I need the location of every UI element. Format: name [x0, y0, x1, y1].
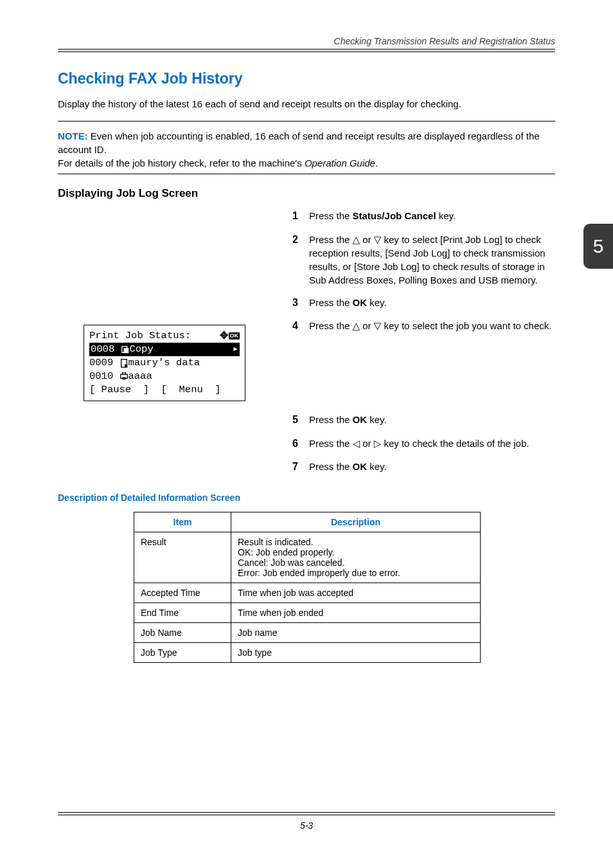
step1-a: Press the — [309, 210, 353, 221]
th-item: Item — [134, 512, 231, 532]
step1-b: Status/Job Cancel — [353, 210, 436, 221]
step-6: 6Press the ◁ or ▷ key to check the detai… — [292, 437, 555, 451]
lcd-row1-id: 0008 — [91, 343, 121, 356]
rule-below-note — [58, 174, 555, 174]
step-2: 2Press the △ or ▽ key to select [Print J… — [292, 233, 555, 287]
svg-rect-1 — [123, 348, 129, 353]
chapter-thumb-tab: 5 — [583, 224, 613, 269]
step3-c: key. — [367, 297, 387, 308]
description-heading: Description of Detailed Information Scre… — [58, 493, 555, 503]
lcd-row-3: 0010 aaaa — [89, 370, 240, 383]
info-table: Item Description Result Result is indica… — [134, 512, 481, 663]
cell-item: Job Name — [134, 622, 231, 642]
cell-desc: Result is indicated. OK: Job ended prope… — [231, 532, 481, 583]
cell-desc: Job name — [231, 622, 481, 642]
page-number: 5-3 — [58, 820, 555, 831]
section-title: Checking FAX Job History — [58, 70, 555, 87]
rule-above-note — [58, 121, 555, 122]
cell-desc: Time when job was accepted — [231, 583, 481, 602]
table-row: End Time Time when job ended — [134, 602, 481, 622]
cell-item: End Time — [134, 602, 231, 622]
lcd-row-2: 0009 maury's data — [89, 356, 240, 370]
intro-paragraph: Display the history of the latest 16 eac… — [58, 98, 555, 111]
table-row: Result Result is indicated. OK: Job ende… — [134, 532, 481, 583]
lcd-title: Print Job Status: — [89, 329, 191, 343]
svg-rect-5 — [122, 373, 125, 375]
svg-rect-3 — [124, 364, 127, 366]
step5-a: Press the — [309, 414, 353, 425]
copy-icon — [121, 345, 130, 354]
th-desc: Description — [231, 512, 481, 532]
note-line2c: . — [375, 158, 378, 168]
lcd-panel: Print Job Status: ✥OK 0008 Copy ▸ — [84, 325, 245, 401]
nav-arrows-icon: ✥ — [220, 329, 228, 343]
step-gap — [292, 342, 555, 404]
header-rule — [58, 49, 555, 52]
step-3: 3Press the OK key. — [292, 296, 555, 310]
table-row: Accepted Time Time when job was accepted — [134, 583, 481, 602]
subsection-title: Displaying Job Log Screen — [58, 187, 555, 200]
table-row: Job Name Job name — [134, 622, 481, 642]
note-line2b: Operation Guide — [305, 158, 375, 168]
ok-badge-icon: OK — [229, 332, 240, 339]
svg-rect-6 — [122, 377, 125, 380]
right-arrow-icon: ▸ — [233, 343, 238, 356]
step4-text: Press the △ or ▽ key to select the job y… — [309, 319, 555, 333]
note-block: NOTE: Even when job accounting is enable… — [58, 129, 555, 170]
step7-a: Press the — [309, 461, 353, 472]
step-5: 5Press the OK key. — [292, 413, 555, 427]
note-body: Even when job accounting is enabled, 16 … — [58, 131, 540, 155]
step-1: 1Press the Status/Job Cancel key. — [292, 209, 555, 223]
table-row: Job Type Job type — [134, 642, 481, 662]
lcd-row1-text: Copy — [130, 343, 154, 356]
print-icon — [120, 372, 129, 381]
step7-b: OK — [353, 461, 368, 472]
footer-rule — [58, 812, 555, 815]
cell-item: Job Type — [134, 642, 231, 662]
lcd-row-1: 0008 Copy ▸ — [89, 343, 240, 356]
lcd-row-4: [ Pause ] [ Menu ] — [89, 383, 240, 397]
step-7: 7Press the OK key. — [292, 460, 555, 474]
note-label: NOTE: — [58, 131, 88, 141]
steps-list: 1Press the Status/Job Cancel key. 2Press… — [292, 209, 555, 474]
step5-b: OK — [353, 414, 368, 425]
step5-c: key. — [367, 414, 387, 425]
note-line2a: For details of the job history check, re… — [58, 158, 305, 168]
step7-c: key. — [367, 461, 387, 472]
step2-text: Press the △ or ▽ key to select [Print Jo… — [309, 233, 555, 287]
running-head: Checking Transmission Results and Regist… — [58, 36, 555, 49]
cell-item: Accepted Time — [134, 583, 231, 602]
document-icon — [120, 359, 129, 368]
cell-desc: Job type — [231, 642, 481, 662]
step3-a: Press the — [309, 297, 353, 308]
step-4: 4Press the △ or ▽ key to select the job … — [292, 319, 555, 333]
cell-item: Result — [134, 532, 231, 583]
step6-text: Press the ◁ or ▷ key to check the detail… — [309, 437, 555, 451]
lcd-title-row: Print Job Status: ✥OK — [89, 329, 240, 343]
step1-c: key. — [436, 210, 456, 221]
cell-desc: Time when job ended — [231, 602, 481, 622]
step3-b: OK — [353, 297, 368, 308]
